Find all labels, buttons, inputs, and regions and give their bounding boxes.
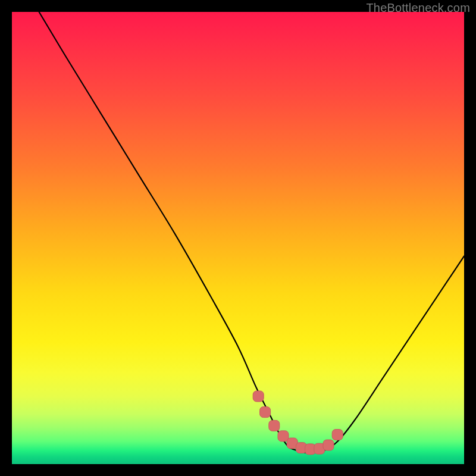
- optimal-marker: [269, 420, 280, 431]
- optimal-marker: [253, 391, 264, 402]
- optimal-range-markers: [253, 391, 343, 455]
- bottleneck-curve: [39, 12, 464, 453]
- optimal-marker: [323, 440, 334, 450]
- plot-area: [12, 12, 464, 464]
- optimal-marker: [332, 430, 343, 440]
- curve-layer: [12, 12, 464, 464]
- chart-stage: TheBottleneck.com: [0, 0, 476, 476]
- optimal-marker: [260, 407, 271, 418]
- optimal-marker: [278, 431, 289, 441]
